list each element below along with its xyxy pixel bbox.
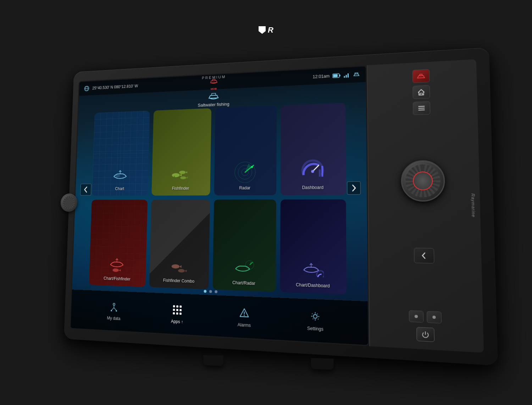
chart-fishfinder-label: Chart/Fishfinder <box>104 276 131 281</box>
menu-icon <box>417 105 425 111</box>
dashboard-label: Dashboard <box>302 185 323 190</box>
knob-center[interactable] <box>413 171 433 190</box>
svg-point-53 <box>244 315 245 316</box>
boat-top-icon <box>208 91 219 101</box>
chart-radar-label: Chart/Radar <box>232 280 255 286</box>
right-control-panel: Raymarine <box>367 59 484 353</box>
svg-rect-43 <box>173 305 175 307</box>
svg-point-33 <box>112 268 119 272</box>
svg-line-11 <box>84 88 89 89</box>
status-left: 25°40.530' N 080°12.810' W <box>84 83 138 91</box>
stand-foot-left <box>204 355 223 366</box>
bottom-control-buttons <box>409 310 442 342</box>
soft-key-1[interactable] <box>409 310 424 322</box>
app-tile-chart-fishfinder[interactable]: Chart/Fishfinder <box>89 199 148 287</box>
screen-container: 25°40.530' N 080°12.810' W PREMIUM <box>70 65 369 346</box>
nav-arrow-right[interactable] <box>347 181 361 194</box>
app-tile-chart-radar[interactable]: Chart/Radar <box>213 199 276 292</box>
svg-line-57 <box>419 108 425 108</box>
chart-icon <box>111 167 129 184</box>
menu-button[interactable] <box>413 101 430 115</box>
nav-arrow-left[interactable] <box>80 184 92 195</box>
dot-3[interactable] <box>215 290 217 293</box>
apps-icon <box>171 303 183 316</box>
app-tile-dashboard[interactable]: Dashboard <box>280 103 346 195</box>
anchor-icon <box>353 72 360 77</box>
mob-center: PREMIUM MOB <box>209 75 218 90</box>
alarms-label: Alarms <box>238 322 251 328</box>
settings-icon <box>309 309 322 324</box>
svg-rect-46 <box>173 309 175 311</box>
fishing-label: Saltwater fishing <box>198 101 229 107</box>
fishfinder-combo-label: Fishfinder Combo <box>163 278 195 284</box>
time-display: 12:01am <box>313 73 330 79</box>
dashboard-icon <box>300 158 326 182</box>
sos-button[interactable] <box>412 69 430 83</box>
home-icon <box>417 89 425 95</box>
coordinates-text: 25°40.530' N 080°12.810' W <box>92 84 138 90</box>
battery-icon <box>332 73 340 78</box>
dot-2[interactable] <box>209 290 212 293</box>
power-button[interactable] <box>416 327 434 342</box>
svg-rect-51 <box>179 313 182 315</box>
device-body: 25°40.530' N 080°12.810' W PREMIUM <box>64 47 498 366</box>
bottom-toolbar: My data <box>71 289 368 345</box>
svg-point-37 <box>113 303 115 305</box>
svg-rect-18 <box>349 72 350 73</box>
brand-logo: R <box>259 26 273 35</box>
svg-rect-17 <box>348 73 349 77</box>
radar-icon <box>233 160 257 183</box>
device-stands <box>204 355 334 370</box>
svg-point-34 <box>172 264 180 268</box>
app-tile-radar[interactable]: Radar <box>214 105 277 195</box>
svg-rect-13 <box>333 74 338 77</box>
premium-label: PREMIUM <box>202 74 226 80</box>
svg-point-23 <box>179 170 186 174</box>
my-data-label: My data <box>107 315 120 321</box>
svg-line-58 <box>419 110 425 110</box>
svg-rect-15 <box>344 76 345 78</box>
chart-dashboard-icon <box>302 260 324 280</box>
pagination-dots <box>204 289 218 293</box>
svg-line-40 <box>114 308 116 310</box>
radar-label: Radar <box>239 185 250 190</box>
svg-rect-31 <box>319 169 321 176</box>
main-rotary-knob[interactable] <box>401 159 445 201</box>
top-control-buttons <box>412 69 430 115</box>
app-tile-chart-dashboard[interactable]: Chart/Dashboard <box>280 199 347 294</box>
toolbar-item-settings[interactable]: Settings <box>300 309 330 332</box>
svg-rect-32 <box>321 166 323 176</box>
back-arrow-button[interactable] <box>414 248 434 264</box>
svg-line-20 <box>93 153 149 154</box>
toolbar-item-apps[interactable]: Apps ↑ <box>164 303 191 325</box>
svg-point-54 <box>314 314 317 318</box>
dot-1[interactable] <box>204 289 207 292</box>
toolbar-item-alarms[interactable]: Alarms <box>230 306 259 328</box>
svg-rect-45 <box>180 305 182 308</box>
svg-line-56 <box>419 106 425 106</box>
app-tile-chart[interactable]: Chart <box>92 111 150 196</box>
apps-label: Apps ↑ <box>171 319 183 324</box>
home-button[interactable] <box>412 85 430 99</box>
alarms-icon <box>238 306 251 320</box>
device-wrapper: R <box>35 43 497 362</box>
status-right: 12:01am <box>313 72 360 79</box>
power-icon <box>422 331 429 338</box>
svg-rect-14 <box>339 74 340 76</box>
toolbar-item-my-data[interactable]: My data <box>101 300 127 321</box>
fishfinder-label: Fishfinder <box>172 186 189 191</box>
svg-rect-16 <box>346 75 347 78</box>
svg-rect-44 <box>176 305 178 307</box>
raymarine-brand-label: Raymarine <box>471 193 476 217</box>
chart-dashboard-label: Chart/Dashboard <box>296 282 330 288</box>
app-tile-fishfinder-combo[interactable]: Fishfinder Combo <box>149 199 210 289</box>
chart-radar-icon <box>233 259 255 278</box>
svg-rect-47 <box>176 309 178 311</box>
svg-point-24 <box>180 176 186 179</box>
globe-icon <box>84 85 90 91</box>
sos-icon <box>417 72 426 79</box>
soft-key-2[interactable] <box>427 311 442 323</box>
app-tile-fishfinder[interactable]: Fishfinder <box>151 108 211 196</box>
svg-rect-49 <box>173 312 175 314</box>
settings-label: Settings <box>307 326 323 332</box>
